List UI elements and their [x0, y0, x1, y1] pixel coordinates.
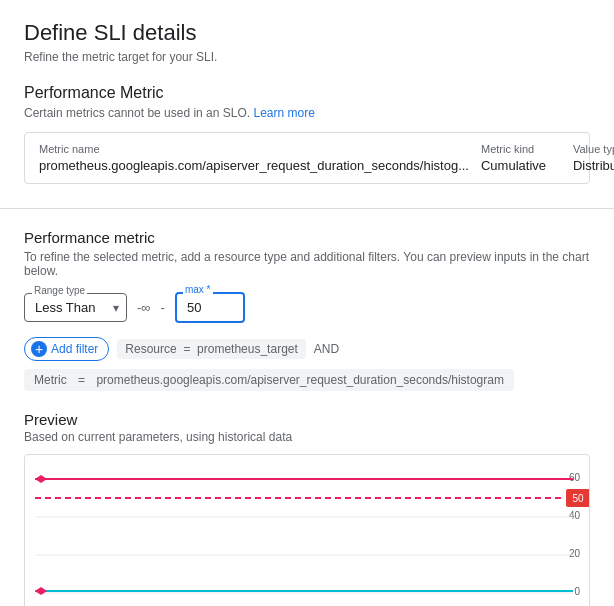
metric-name-value: prometheus.googleapis.com/apiserver_requ…: [39, 158, 469, 173]
filter-row-2: Metric = prometheus.googleapis.com/apise…: [24, 369, 590, 391]
svg-text:20: 20: [569, 548, 581, 559]
performance-metric-heading: Performance Metric: [24, 84, 590, 102]
range-type-select[interactable]: Less Than: [24, 293, 127, 322]
preview-note: Based on current parameters, using histo…: [24, 430, 590, 444]
range-type-wrapper: Range type Less Than: [24, 293, 127, 322]
chart-svg: 60 40 20 0 50: [25, 467, 590, 606]
max-label: max *: [183, 284, 213, 295]
value-type-label: Value type: [573, 143, 614, 155]
svg-marker-14: [35, 587, 47, 595]
max-input[interactable]: [175, 292, 245, 323]
chart-area: 60 40 20 0 50: [24, 454, 590, 606]
metric-kind-label: Metric kind: [481, 143, 561, 155]
svg-text:50: 50: [572, 493, 584, 504]
range-type-label: Range type: [32, 285, 87, 296]
chart-svg-wrapper: 60 40 20 0 50: [25, 467, 589, 606]
preview-title: Preview: [24, 411, 590, 428]
add-filter-button[interactable]: + Add filter: [24, 337, 109, 361]
range-row: Range type Less Than -∞ - max *: [24, 292, 590, 323]
max-field-wrapper: max *: [175, 292, 245, 323]
resource-filter-chip: Resource = prometheus_target: [117, 339, 305, 359]
svg-text:40: 40: [569, 510, 581, 521]
svg-text:60: 60: [569, 472, 581, 483]
metric-info: Metric name prometheus.googleapis.com/ap…: [39, 143, 469, 173]
metric-card: Metric name prometheus.googleapis.com/ap…: [24, 132, 590, 184]
add-filter-icon: +: [31, 341, 47, 357]
metric-note: Certain metrics cannot be used in an SLO…: [24, 106, 590, 120]
svg-marker-12: [35, 475, 47, 483]
section-divider: [0, 208, 614, 209]
svg-text:0: 0: [574, 586, 580, 597]
learn-more-link[interactable]: Learn more: [253, 106, 314, 120]
range-type-select-wrapper[interactable]: Less Than: [24, 293, 127, 322]
perf-section-title: Performance metric: [24, 229, 590, 246]
add-filter-label: Add filter: [51, 342, 98, 356]
perf-section-note: To refine the selected metric, add a res…: [24, 250, 590, 278]
metric-kind-col: Metric kind Cumulative: [481, 143, 561, 173]
range-separator: -: [161, 300, 165, 315]
filter-row-1: + Add filter Resource = prometheus_targe…: [24, 337, 590, 361]
metric-kind-value: Cumulative: [481, 158, 561, 173]
range-min-label: -∞: [137, 300, 151, 315]
preview-section: Preview Based on current parameters, usi…: [24, 411, 590, 606]
page-title: Define SLI details: [24, 20, 590, 46]
metric-value-type-col: Value type Distribution: [573, 143, 614, 173]
perf-metric-section: Performance metric To refine the selecte…: [24, 229, 590, 391]
page-subtitle: Refine the metric target for your SLI.: [24, 50, 590, 64]
metric-filter-chip: Metric = prometheus.googleapis.com/apise…: [24, 369, 514, 391]
metric-name-label: Metric name: [39, 143, 469, 155]
value-type-value: Distribution: [573, 158, 614, 173]
and-label: AND: [314, 342, 339, 356]
